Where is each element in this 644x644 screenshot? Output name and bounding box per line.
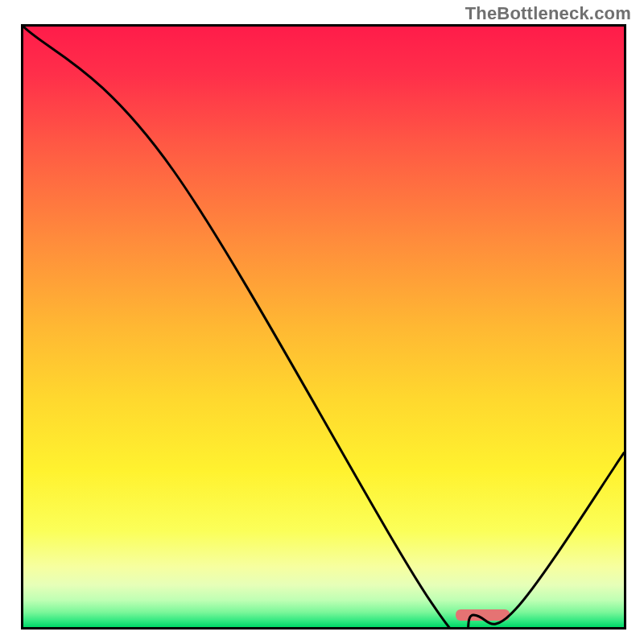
chart-stage: TheBottleneck.com [0,0,644,644]
chart-svg [23,27,624,627]
plot-area [21,24,626,630]
gradient-background [23,27,624,627]
watermark-text: TheBottleneck.com [465,3,631,24]
